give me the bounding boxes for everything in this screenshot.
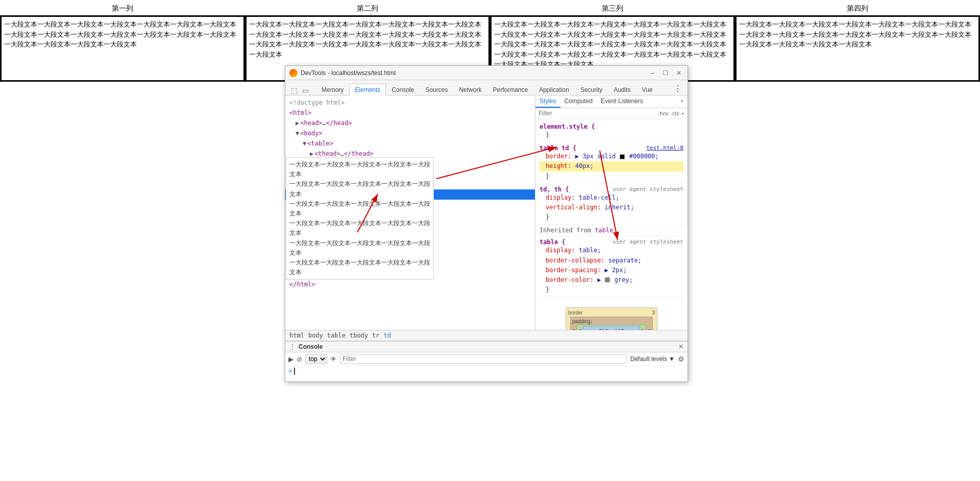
- tab-application[interactable]: Application: [533, 84, 575, 95]
- col-header-1: 第一列: [0, 4, 245, 13]
- css-block-inherited: Inherited from table: [535, 225, 688, 236]
- minimize-button[interactable]: –: [649, 69, 656, 77]
- dom-line-doctype: <!doctype html>: [285, 98, 535, 108]
- chrome-icon: [289, 69, 298, 77]
- tab-security[interactable]: Security: [575, 84, 608, 95]
- close-button[interactable]: ✕: [674, 69, 683, 77]
- css-inherited-tag: table: [595, 227, 613, 234]
- console-input-line: >: [285, 366, 688, 376]
- console-eye-icon[interactable]: 👁: [330, 355, 337, 363]
- styles-filter-bar: :hov .cls +: [535, 108, 688, 119]
- console-close-btn[interactable]: ✕: [678, 343, 683, 350]
- css-source-table: user agent stylesheet: [612, 238, 683, 245]
- styles-tabs: Styles Computed Event Listeners »: [535, 95, 688, 108]
- css-block-table-td: table td { test.html:8 border: ▶ 3px sol…: [535, 142, 688, 184]
- tab-sources[interactable]: Sources: [420, 84, 453, 95]
- dom-line-html[interactable]: <html>: [285, 108, 535, 118]
- css-selector-td-th: td, th {: [540, 186, 569, 193]
- tab-network[interactable]: Network: [453, 84, 487, 95]
- tab-console[interactable]: Console: [386, 84, 420, 95]
- tab-elements[interactable]: Elements: [349, 84, 386, 95]
- hov-option[interactable]: :hov: [658, 110, 669, 116]
- box-left-val: 3: [572, 329, 575, 330]
- breadcrumb-td[interactable]: td: [384, 332, 391, 339]
- col-header-2: 第二列: [245, 4, 490, 13]
- tab-performance[interactable]: Performance: [487, 84, 533, 95]
- border-val-top: 3: [652, 310, 655, 316]
- dom-line-table[interactable]: ▼<table>: [285, 138, 535, 149]
- breadcrumb-table[interactable]: table: [327, 332, 346, 339]
- device-icon[interactable]: ▭: [301, 86, 310, 95]
- styles-tab-styles[interactable]: Styles: [535, 95, 560, 108]
- padding-right: 3: [641, 329, 644, 330]
- css-rule-table-td-close: }: [540, 172, 683, 181]
- content-preview-box: 一大段文本一大段文本一大段文本一大段文本一大段文本 一大段文本一大段文本一大段文…: [286, 157, 434, 280]
- console-drag-icon: ⋮: [289, 343, 296, 350]
- styles-tab-event-listeners[interactable]: Event Listeners: [597, 95, 647, 108]
- box-content: 518 × 105: [583, 326, 640, 330]
- console-prompt-symbol: >: [288, 368, 292, 375]
- devtools-titlebar: DevTools - localhost/wszs/test.html – ☐ …: [285, 66, 688, 80]
- console-cursor[interactable]: [294, 368, 295, 375]
- dom-line-head[interactable]: ▶<head>…</head>: [285, 118, 535, 128]
- tab-vue[interactable]: Vue: [636, 84, 658, 95]
- padding-label-text: padding↓: [572, 319, 593, 324]
- table-cell-1: 一大段文本一大段文本一大段文本一大段文本一大段文本一大段文本一大段文本一大段文本…: [0, 15, 245, 82]
- console-stop-icon[interactable]: ⊘: [297, 355, 302, 363]
- styles-panel-container: Styles Computed Event Listeners » :hov .…: [535, 95, 688, 330]
- css-selector-element-style: element.style {: [540, 123, 595, 130]
- cls-option[interactable]: .cls: [671, 110, 679, 116]
- console-context-select[interactable]: top: [305, 354, 327, 364]
- tab-audits[interactable]: Audits: [608, 84, 636, 95]
- box-model-container: border 3 padding↓ 3: [535, 302, 688, 330]
- console-header: ⋮ Console ✕: [285, 342, 688, 352]
- column-headers: 第一列 第二列 第三列 第四列: [0, 0, 980, 15]
- console-filter-input[interactable]: [340, 354, 627, 364]
- css-source-table-td[interactable]: test.html:8: [646, 145, 683, 151]
- border-label-text: border: [568, 310, 583, 316]
- breadcrumb-tbody[interactable]: tbody: [350, 332, 368, 339]
- breadcrumb-tr[interactable]: tr: [372, 332, 379, 339]
- styles-filter-input[interactable]: [538, 110, 658, 117]
- window-controls: – ☐ ✕: [649, 69, 683, 77]
- box-padding-label: padding↓: [572, 319, 651, 324]
- devtools-tab-bar: ⬚ ▭ Memory Elements Console Sources Netw…: [285, 80, 688, 95]
- css-rule-display-table: display: table;: [540, 246, 683, 255]
- css-rule-border: border: ▶ 3px solid #000000;: [540, 152, 683, 161]
- css-source-td-th: user agent stylesheet: [612, 186, 683, 193]
- table-cell-4: 一大段文本一大段文本一大段文本一大段文本一大段文本一大段文本一大段文本一大段文本…: [735, 15, 980, 82]
- css-rule-height: height: 40px;: [540, 161, 683, 171]
- devtools-tab-icons: ⬚ ▭: [287, 86, 312, 95]
- console-run-icon[interactable]: ▶: [288, 355, 293, 363]
- box-outer-margin: border 3 padding↓ 3: [566, 307, 657, 330]
- css-inherited-label: Inherited from: [540, 227, 595, 234]
- styles-tab-more[interactable]: »: [676, 95, 688, 108]
- padding-left: 3: [579, 329, 582, 330]
- css-block-td-th: td, th { user agent stylesheet display: …: [535, 184, 688, 225]
- devtools-title-text: DevTools - localhost/wszs/test.html: [301, 69, 396, 77]
- devtools-title: DevTools - localhost/wszs/test.html: [289, 69, 396, 77]
- box-border-label: border 3: [568, 310, 655, 316]
- inspect-icon[interactable]: ⬚: [289, 86, 299, 95]
- col-header-3: 第三列: [490, 4, 735, 13]
- dom-line-body[interactable]: ▼<body>: [285, 128, 535, 138]
- dom-line-html-close[interactable]: </html>: [285, 279, 535, 290]
- add-rule-icon[interactable]: +: [681, 110, 684, 116]
- breadcrumb-html[interactable]: html: [289, 332, 304, 339]
- console-area: ⋮ Console ✕ ▶ ⊘ top 👁 Default levels ▼ ⚙…: [285, 341, 688, 381]
- console-settings-icon[interactable]: ⚙: [678, 355, 684, 363]
- css-selector-table: table {: [540, 238, 566, 246]
- css-block-table: table { user agent stylesheet display: t…: [535, 236, 688, 297]
- maximize-button[interactable]: ☐: [660, 69, 670, 77]
- box-right-val: 3: [648, 329, 651, 330]
- tab-memory[interactable]: Memory: [316, 84, 349, 95]
- styles-tab-computed[interactable]: Computed: [560, 95, 597, 108]
- box-model: border 3 padding↓ 3: [566, 307, 657, 330]
- box-side-inner: 3 518 × 105 3: [579, 326, 644, 330]
- more-tabs-icon[interactable]: ⋮: [668, 81, 688, 95]
- css-rule-table-close: }: [540, 285, 683, 295]
- col-header-4: 第四列: [735, 4, 980, 13]
- css-rule-border-color: border-color: ▶ grey;: [540, 275, 683, 285]
- breadcrumb-body[interactable]: body: [308, 332, 323, 339]
- console-levels-select[interactable]: Default levels ▼: [630, 355, 675, 363]
